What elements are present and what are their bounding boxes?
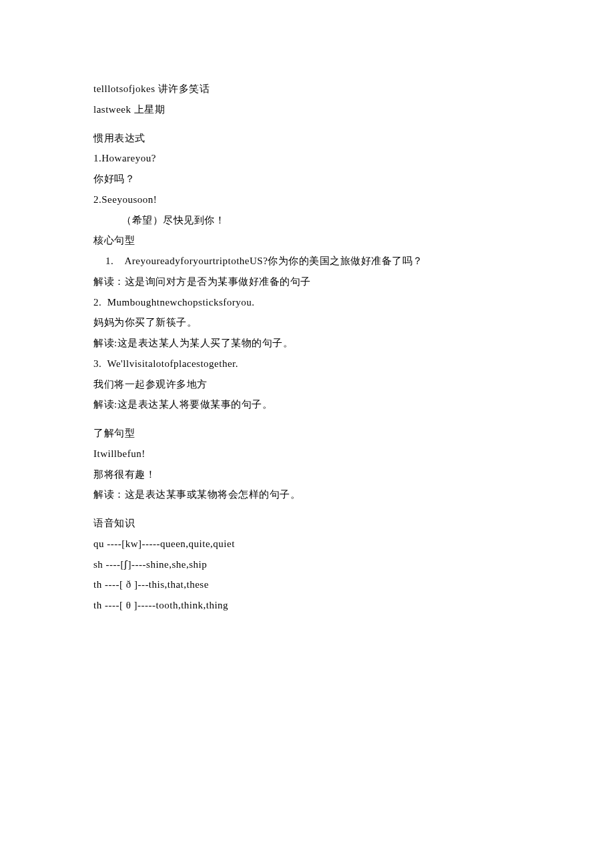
core-heading: 核心句型 xyxy=(93,230,521,251)
idiom-item: 2.Seeyousoon! xyxy=(93,189,521,210)
idiom-item: 1.Howareyou? xyxy=(93,148,521,169)
core-line: 2. Mumboughtnewchopsticksforyou. xyxy=(93,292,521,313)
vocab-line: telllotsofjokes 讲许多笑话 xyxy=(93,79,521,99)
phon-line: sh ----[ʃ]----shine,she,ship xyxy=(93,554,521,575)
idiom-item-cn: （希望）尽快见到你！ xyxy=(93,210,521,231)
page-container: telllotsofjokes 讲许多笑话 lastweek 上星期 惯用表达式… xyxy=(0,0,614,616)
learn-line: 那将很有趣！ xyxy=(93,464,521,485)
phon-heading: 语音知识 xyxy=(93,513,521,534)
core-line: 解读:这是表达某人将要做某事的句子。 xyxy=(93,394,521,415)
phon-line: th ----[ θ ]-----tooth,think,thing xyxy=(93,595,521,616)
core-line: 解读:这是表达某人为某人买了某物的句子。 xyxy=(93,333,521,354)
core-line: 我们将一起参观许多地方 xyxy=(93,374,521,395)
core-line: 3. We'llvisitalotofplacestogether. xyxy=(93,354,521,374)
core-line: 解读：这是询问对方是否为某事做好准备的句子 xyxy=(93,272,521,292)
idiom-heading: 惯用表达式 xyxy=(93,128,521,149)
learn-line: 解读：这是表达某事或某物将会怎样的句子。 xyxy=(93,484,521,505)
core-line: 妈妈为你买了新筷子。 xyxy=(93,312,521,333)
learn-heading: 了解句型 xyxy=(93,423,521,444)
learn-line: Itwillbefun! xyxy=(93,444,521,464)
phon-line: th ----[ ð ]---this,that,these xyxy=(93,574,521,595)
vocab-line: lastweek 上星期 xyxy=(93,99,521,120)
core-line: 1. AreyoureadyforyourtriptotheUS?你为你的美国之… xyxy=(93,251,521,272)
phon-line: qu ----[kw]-----queen,quite,quiet xyxy=(93,534,521,554)
idiom-item-cn: 你好吗？ xyxy=(93,169,521,189)
